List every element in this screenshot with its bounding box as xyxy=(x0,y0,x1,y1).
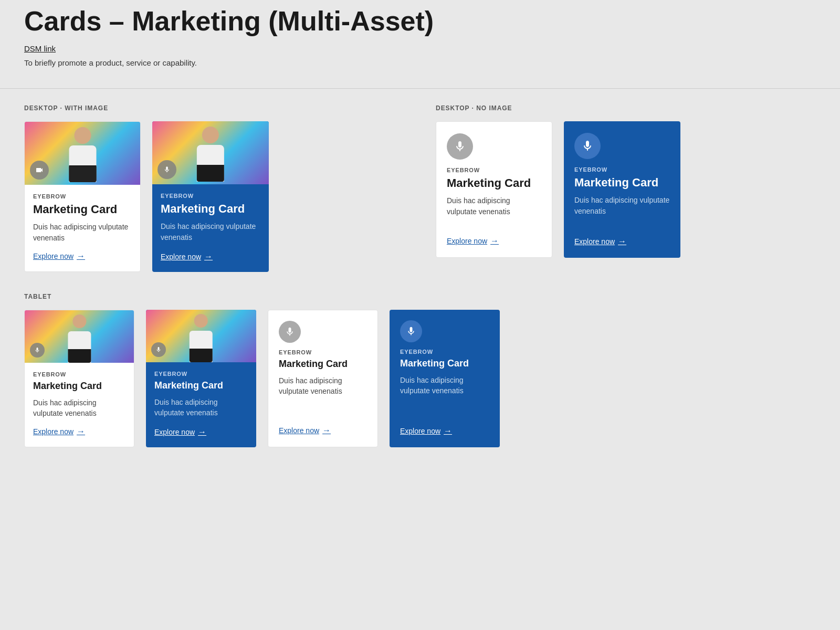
no-img-title-white: Marketing Card xyxy=(447,176,541,190)
t-person-head xyxy=(72,314,86,328)
tb-person-head xyxy=(194,314,208,328)
desktop-no-img-card-white: EYEBROW Marketing Card Duis hac adipisci… xyxy=(436,121,552,258)
tablet-no-img-arrow-white: → xyxy=(322,426,331,435)
person-shape xyxy=(64,127,101,185)
tablet-no-img-blue: EYEBROW Marketing Card Duis hac adipisci… xyxy=(390,310,500,447)
desktop-no-img-card-blue: EYEBROW Marketing Card Duis hac adipisci… xyxy=(564,121,680,258)
explore-label-no-img-white: Explore now xyxy=(447,237,487,245)
explore-now-no-img-white[interactable]: Explore now → xyxy=(447,236,541,246)
tablet-img-wrapper-blue xyxy=(146,310,256,362)
tb-person-body xyxy=(190,331,213,362)
person-body xyxy=(69,145,96,182)
tablet-explore-label-blue: Explore now xyxy=(154,428,195,436)
person-overlay-blue xyxy=(173,121,248,184)
tablet-eyebrow-white: EYEBROW xyxy=(33,371,125,377)
tablet-no-img-title-blue: Marketing Card xyxy=(400,358,489,370)
desktop-with-image-section: DESKTOP · WITH IMAGE xyxy=(24,104,404,272)
desktop-img-card-white: EYEBROW Marketing Card Duis hac adipisci… xyxy=(24,121,141,272)
tablet-mic-badge-blue xyxy=(151,342,166,357)
person-shape-blue xyxy=(192,127,229,184)
card-title-blue: Marketing Card xyxy=(161,202,260,216)
no-img-desc-blue: Duis hac adipiscing vulputate venenatis xyxy=(574,195,670,228)
explore-now-label: Explore now xyxy=(33,252,74,260)
tablet-desc-blue: Duis hac adipiscing vulputate venenatis xyxy=(154,397,248,419)
tablet-desc-white: Duis hac adipiscing vulputate venenatis xyxy=(33,397,125,419)
tablet-no-img-desc-blue: Duis hac adipiscing vulputate venenatis xyxy=(400,375,489,418)
tablet-section: TABLET xyxy=(24,293,816,447)
tablet-no-img-body-blue: EYEBROW Marketing Card Duis hac adipisci… xyxy=(390,310,500,447)
tablet-title-white: Marketing Card xyxy=(33,381,125,392)
tablet-img-card-blue: EYEBROW Marketing Card Duis hac adipisci… xyxy=(146,310,256,447)
tablet-no-img-body-white: EYEBROW Marketing Card Duis hac adipisci… xyxy=(268,310,377,447)
explore-now-no-img-blue[interactable]: Explore now → xyxy=(574,237,670,246)
card-body-no-img-white: EYEBROW Marketing Card Duis hac adipisci… xyxy=(436,122,552,257)
tablet-no-img-desc-white: Duis hac adipiscing vulputate venenatis xyxy=(279,375,367,418)
card-icon-top-blue xyxy=(574,133,601,159)
no-img-eyebrow-white: EYEBROW xyxy=(447,167,541,173)
tablet-explore-label-white: Explore now xyxy=(33,427,74,436)
tablet-title-blue: Marketing Card xyxy=(154,380,248,392)
arrow-no-img-white: → xyxy=(490,236,499,246)
no-img-desc-white: Duis hac adipiscing vulputate venenatis xyxy=(447,195,541,228)
tablet-explore-white[interactable]: Explore now → xyxy=(33,427,125,436)
tablet-no-img-explore-blue[interactable]: Explore now → xyxy=(400,426,489,436)
explore-now-label-blue: Explore now xyxy=(161,253,201,261)
card-icon-top-white xyxy=(447,133,473,160)
card-image-wrapper xyxy=(25,122,140,185)
tablet-arrow-blue: → xyxy=(198,427,206,437)
desktop-section: DESKTOP · WITH IMAGE xyxy=(24,104,816,272)
tablet-icon-top-blue xyxy=(400,320,422,342)
tablet-person-white xyxy=(44,310,114,363)
card-title: Marketing Card xyxy=(33,203,132,216)
desktop-with-image-label: DESKTOP · WITH IMAGE xyxy=(24,104,404,112)
card-body-blue: EYEBROW Marketing Card Duis hac adipisci… xyxy=(152,184,269,272)
tablet-img-card-white: EYEBROW Marketing Card Duis hac adipisci… xyxy=(24,310,134,447)
video-icon-badge xyxy=(30,161,49,180)
tablet-no-img-white: EYEBROW Marketing Card Duis hac adipisci… xyxy=(268,310,378,447)
tablet-cards-row: EYEBROW Marketing Card Duis hac adipisci… xyxy=(24,310,816,447)
tablet-card-body-blue: EYEBROW Marketing Card Duis hac adipisci… xyxy=(146,362,256,447)
person-overlay xyxy=(45,122,120,185)
no-img-eyebrow-blue: EYEBROW xyxy=(574,166,670,173)
desktop-no-image-cards: EYEBROW Marketing Card Duis hac adipisci… xyxy=(436,121,816,258)
arrow-no-img-blue: → xyxy=(618,237,626,246)
tablet-mic-badge-white xyxy=(30,343,45,358)
no-img-title-blue: Marketing Card xyxy=(574,176,670,190)
card-body-white: EYEBROW Marketing Card Duis hac adipisci… xyxy=(25,185,140,271)
tablet-eyebrow-blue: EYEBROW xyxy=(154,371,248,377)
tablet-no-img-eyebrow-white: EYEBROW xyxy=(279,349,367,355)
person-head-blue xyxy=(202,127,219,143)
desktop-no-image-section: DESKTOP · NO IMAGE EYEBROW Marketing Car… xyxy=(436,104,816,272)
tablet-no-img-title-white: Marketing Card xyxy=(279,359,367,370)
explore-label-no-img-blue: Explore now xyxy=(574,237,615,246)
card-eyebrow-blue: EYEBROW xyxy=(161,193,260,199)
page-title: Cards – Marketing (Multi-Asset) xyxy=(24,0,816,37)
t-person-body xyxy=(68,331,91,363)
desktop-with-image-cards: EYEBROW Marketing Card Duis hac adipisci… xyxy=(24,121,404,272)
tablet-person-blue xyxy=(165,310,237,362)
dsm-link[interactable]: DSM link xyxy=(24,44,816,53)
tablet-explore-blue[interactable]: Explore now → xyxy=(154,427,248,437)
card-eyebrow: EYEBROW xyxy=(33,193,132,200)
tablet-no-img-explore-label-white: Explore now xyxy=(279,426,319,435)
desktop-img-card-blue: EYEBROW Marketing Card Duis hac adipisci… xyxy=(152,121,269,272)
person-head xyxy=(74,127,91,144)
tablet-no-img-explore-white[interactable]: Explore now → xyxy=(279,426,367,435)
card-desc: Duis hac adipiscing vulputate venenatis xyxy=(33,222,132,243)
tablet-no-img-arrow-blue: → xyxy=(444,426,452,436)
tablet-no-img-explore-label-blue: Explore now xyxy=(400,427,440,435)
tablet-label: TABLET xyxy=(24,293,816,300)
arrow-icon-blue: → xyxy=(204,252,213,261)
tablet-icon-top-white xyxy=(279,321,301,343)
explore-now-button-blue[interactable]: Explore now → xyxy=(161,252,260,261)
tablet-card-body-white: EYEBROW Marketing Card Duis hac adipisci… xyxy=(25,363,134,447)
card-desc-blue: Duis hac adipiscing vulputate venenatis xyxy=(161,221,260,244)
card-body-no-img-blue: EYEBROW Marketing Card Duis hac adipisci… xyxy=(564,121,680,258)
card-image-wrapper-blue xyxy=(152,121,269,184)
arrow-icon: → xyxy=(77,251,85,261)
explore-now-button[interactable]: Explore now → xyxy=(33,251,132,261)
tablet-img-wrapper-white xyxy=(25,310,134,363)
tablet-no-img-eyebrow-blue: EYEBROW xyxy=(400,349,489,355)
desktop-no-image-label: DESKTOP · NO IMAGE xyxy=(436,104,816,112)
tablet-arrow-white: → xyxy=(77,427,85,436)
